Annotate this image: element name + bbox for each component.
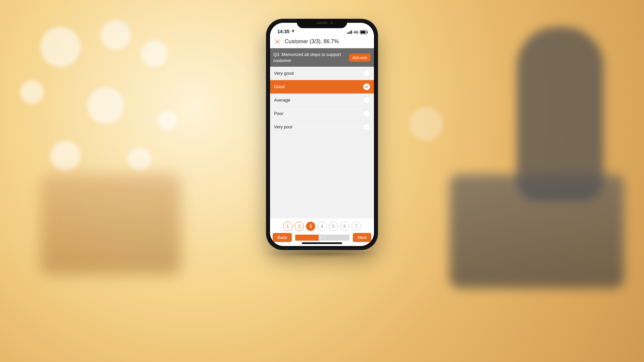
back-button[interactable]: Back [273, 233, 292, 242]
answer-option-label: Good [274, 84, 285, 89]
radio-indicator [363, 110, 370, 117]
progress-label: 3 / 7 [295, 235, 350, 241]
svg-rect-1 [348, 32, 350, 34]
status-right: 4G [347, 30, 368, 34]
page-title: Customer (3/3), 86.7% [285, 39, 339, 45]
pager-page[interactable]: 7 [352, 222, 361, 231]
location-arrow-icon [291, 29, 295, 34]
radio-indicator [363, 97, 370, 104]
answer-option[interactable]: Good [270, 80, 374, 94]
question-pager: 1 2 3 4 5 6 7 [273, 220, 371, 233]
next-button[interactable]: Next [353, 233, 371, 242]
pager-page[interactable]: 5 [329, 222, 338, 231]
nav-row: Back 3 / 7 Next [273, 233, 371, 242]
svg-rect-5 [361, 31, 366, 33]
status-left: 14:35 [277, 29, 295, 34]
svg-rect-6 [367, 32, 368, 33]
svg-rect-0 [347, 33, 348, 34]
pager-page[interactable]: 4 [317, 222, 327, 231]
pager-page[interactable]: 2 [294, 222, 304, 231]
answer-option-label: Very poor [274, 124, 293, 129]
svg-rect-2 [350, 31, 351, 34]
question-bar: Q3. Memorized all steps to support custo… [270, 48, 374, 67]
answer-option-label: Average [274, 98, 290, 103]
phone-device-frame: 14:35 4G Customer (3/3), 86.7% [266, 19, 378, 250]
network-label: 4G [354, 30, 359, 34]
pager-page[interactable]: 3 [306, 222, 315, 231]
app-screen: 14:35 4G Customer (3/3), 86.7% [270, 23, 374, 246]
answer-option[interactable]: Average [270, 94, 374, 107]
answer-option[interactable]: Very poor [270, 120, 374, 134]
radio-indicator [363, 124, 370, 130]
battery-icon [360, 30, 368, 34]
radio-indicator [363, 70, 370, 77]
progress-bar: 3 / 7 [295, 235, 350, 241]
answer-options-list: Very good Good Average Poor [270, 67, 374, 218]
answer-option[interactable]: Very good [270, 67, 374, 80]
svg-rect-3 [351, 31, 352, 34]
add-note-button[interactable]: Add note [349, 54, 371, 62]
page-header: Customer (3/3), 86.7% [270, 35, 374, 48]
cellular-signal-icon [347, 31, 352, 34]
answer-option-label: Poor [274, 111, 283, 116]
close-icon[interactable] [273, 38, 281, 46]
question-text: Q3. Memorized all steps to support custo… [273, 52, 346, 63]
answer-option-label: Very good [274, 71, 294, 76]
radio-indicator [363, 83, 370, 90]
status-time: 14:35 [277, 29, 289, 34]
pager-page[interactable]: 1 [283, 222, 292, 231]
phone-notch [297, 19, 347, 28]
home-indicator[interactable] [302, 242, 342, 244]
answer-option[interactable]: Poor [270, 107, 374, 120]
pager-page[interactable]: 6 [340, 222, 350, 231]
bottom-navigation: 1 2 3 4 5 6 7 Back 3 / 7 Next [270, 218, 374, 246]
